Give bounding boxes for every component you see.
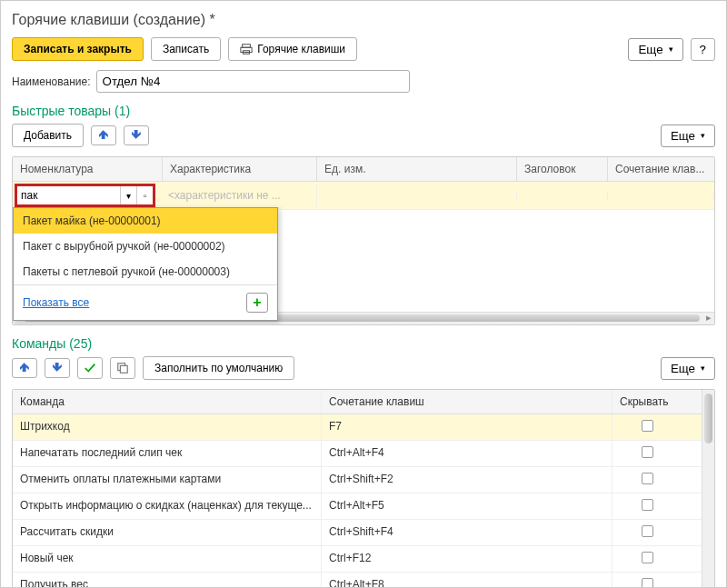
open-dialog-button[interactable]: ▫: [136, 186, 153, 204]
printer-icon: [240, 43, 253, 55]
nomenclature-input[interactable]: [17, 186, 120, 204]
pencil-check-icon: [84, 362, 96, 374]
cmd-name: Отменить оплаты платежными картами: [13, 467, 322, 493]
cmd-name: Открыть информацию о скидках (наценках) …: [13, 493, 322, 519]
name-input[interactable]: [96, 70, 410, 93]
unit-cell[interactable]: [317, 191, 517, 200]
move-down-button[interactable]: 🡻: [124, 125, 149, 145]
copy-icon: [116, 362, 129, 374]
svg-rect-1: [241, 47, 252, 52]
col-header[interactable]: Заголовок: [517, 157, 608, 181]
hide-checkbox[interactable]: [642, 499, 653, 511]
help-button[interactable]: ?: [691, 38, 715, 61]
cmd-keys: Ctrl+F12: [322, 546, 612, 572]
col-command[interactable]: Команда: [13, 390, 322, 414]
command-row[interactable]: Штрихкод F7: [13, 414, 702, 441]
cmd-name: Получить вес: [13, 573, 322, 588]
command-row[interactable]: Открыть информацию о скидках (наценках) …: [13, 493, 702, 520]
commands-vertical-scrollbar[interactable]: [702, 390, 714, 588]
cmd-name: Новый чек: [13, 546, 322, 572]
col-nomenclature[interactable]: Номенклатура: [13, 157, 163, 181]
save-close-button[interactable]: Записать и закрыть: [12, 37, 144, 61]
hide-checkbox[interactable]: [642, 420, 653, 432]
cmd-name: Штрихкод: [13, 414, 322, 440]
command-row[interactable]: Рассчитать скидки Ctrl+Shift+F4: [13, 520, 702, 546]
cmd-move-down-button[interactable]: 🡻: [45, 358, 70, 378]
command-row[interactable]: Напечатать последний слип чек Ctrl+Alt+F…: [13, 441, 702, 467]
commands-table: Команда Сочетание клавиш Скрывать Штрихк…: [12, 389, 715, 588]
hotkeys-button-label: Горячие клавиши: [257, 43, 345, 55]
fast-goods-more-button[interactable]: Еще: [661, 125, 715, 147]
more-button[interactable]: Еще: [628, 38, 682, 61]
name-label: Наименование:: [12, 75, 91, 88]
command-row[interactable]: Новый чек Ctrl+F12: [13, 546, 702, 573]
fast-goods-row[interactable]: ▾ ▫ <характеристики не ...: [13, 182, 714, 210]
cmd-keys: Ctrl+Alt+F5: [322, 493, 612, 519]
add-button[interactable]: Добавить: [12, 124, 84, 147]
col-unit[interactable]: Ед. изм.: [317, 157, 517, 181]
dropdown-item[interactable]: Пакет майка (не-00000001): [14, 208, 277, 234]
hide-checkbox[interactable]: [642, 578, 653, 588]
characteristic-cell[interactable]: <характеристики не ...: [163, 184, 317, 206]
fill-default-button[interactable]: Заполнить по умолчанию: [143, 356, 294, 380]
command-row[interactable]: Получить вес Ctrl+Alt+F8: [13, 573, 702, 588]
cmd-keys: Ctrl+Alt+F4: [322, 441, 612, 466]
save-button[interactable]: Записать: [151, 37, 221, 61]
col-characteristic[interactable]: Характеристика: [163, 157, 317, 181]
hide-checkbox[interactable]: [642, 473, 653, 484]
commands-header: Команда Сочетание клавиш Скрывать: [13, 390, 702, 414]
copy-button[interactable]: [110, 357, 135, 379]
col-command-shortcut[interactable]: Сочетание клавиш: [322, 390, 612, 414]
shortcut-cell[interactable]: [608, 191, 714, 200]
fast-goods-header: Номенклатура Характеристика Ед. изм. Заг…: [13, 157, 714, 182]
nomenclature-input-wrap: ▾ ▫: [15, 184, 155, 207]
cmd-move-up-button[interactable]: 🡹: [12, 358, 37, 378]
svg-rect-4: [120, 365, 127, 373]
fast-goods-grid: Номенклатура Характеристика Ед. изм. Заг…: [12, 156, 715, 325]
move-up-button[interactable]: 🡹: [91, 125, 116, 145]
col-hide[interactable]: Скрывать: [612, 390, 682, 414]
show-all-link[interactable]: Показать все: [23, 296, 89, 309]
col-shortcut[interactable]: Сочетание клав...: [608, 157, 714, 181]
fast-goods-body: ▾ ▫ <характеристики не ... Пакет майка (…: [13, 182, 714, 312]
hotkeys-window: Горячие клавиши (создание) * Записать и …: [0, 0, 727, 588]
dropdown-footer: Показать все +: [14, 284, 277, 320]
dropdown-item[interactable]: Пакет с вырубной ручкой (не-00000002): [14, 234, 277, 259]
commands-title: Команды (25): [12, 336, 715, 351]
hide-checkbox[interactable]: [642, 525, 653, 537]
svg-rect-0: [243, 45, 251, 48]
name-row: Наименование:: [12, 70, 715, 93]
fast-goods-title: Быстрые товары (1): [12, 104, 715, 118]
cmd-name: Рассчитать скидки: [13, 520, 322, 545]
cmd-name: Напечатать последний слип чек: [13, 441, 322, 466]
dropdown-item[interactable]: Пакеты с петлевой ручкой (не-00000003): [14, 259, 277, 284]
dropdown-toggle-button[interactable]: ▾: [120, 186, 136, 204]
commands-toolbar: 🡹 🡻 Заполнить по умолчанию Еще: [12, 356, 715, 380]
hide-checkbox[interactable]: [642, 446, 653, 458]
hide-checkbox[interactable]: [642, 552, 653, 563]
main-toolbar: Записать и закрыть Записать Горячие клав…: [12, 37, 715, 61]
header-cell[interactable]: [517, 191, 608, 200]
commands-more-button[interactable]: Еще: [661, 357, 715, 380]
cmd-keys: Ctrl+Alt+F8: [322, 573, 612, 588]
cmd-keys: F7: [322, 414, 612, 440]
window-title: Горячие клавиши (создание) *: [12, 12, 715, 28]
command-row[interactable]: Отменить оплаты платежными картами Ctrl+…: [13, 467, 702, 493]
cmd-keys: Ctrl+Shift+F2: [322, 467, 612, 493]
hotkeys-button[interactable]: Горячие клавиши: [228, 37, 357, 61]
edit-button[interactable]: [77, 357, 103, 379]
nomenclature-dropdown: Пакет майка (не-00000001) Пакет с вырубн…: [13, 207, 278, 321]
cmd-keys: Ctrl+Shift+F4: [322, 520, 612, 545]
fast-goods-toolbar: Добавить 🡹 🡻 Еще: [12, 124, 715, 147]
add-new-button[interactable]: +: [246, 293, 268, 313]
